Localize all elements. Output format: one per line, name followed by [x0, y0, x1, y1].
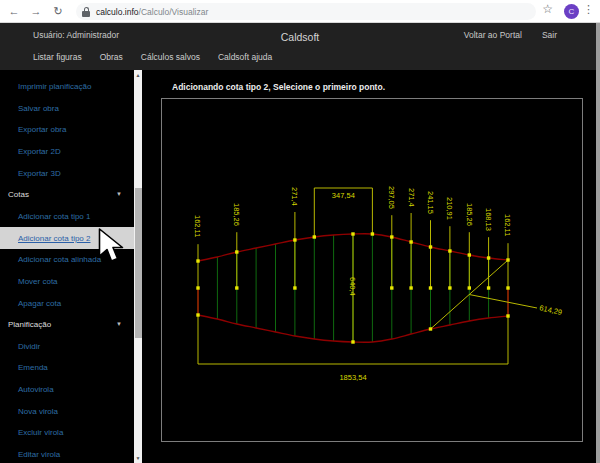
reload-icon[interactable]: ↻ — [47, 0, 69, 22]
bookmark-star-icon[interactable]: ☆ — [542, 2, 553, 16]
sidebar-item-label: Exportar obra — [18, 125, 66, 134]
point-marker[interactable] — [390, 286, 393, 289]
back-icon[interactable]: ← — [3, 0, 25, 22]
dimension-label: 347,54 — [332, 191, 355, 200]
nav-item-calculos-salvos[interactable]: Cálculos salvos — [141, 52, 200, 62]
sidebar-item-autovirola[interactable]: Autovirola — [0, 383, 134, 396]
drawing-canvas[interactable]: 162,11185,26271,4297,05271,4241,15210,91… — [161, 98, 583, 442]
profile-drawing: 162,11185,26271,4297,05271,4241,15210,91… — [162, 99, 582, 441]
sidebar-item-label: Salvar obra — [18, 104, 59, 113]
point-marker[interactable] — [448, 286, 451, 289]
dimension-label: 640,4 — [348, 277, 357, 296]
point-marker[interactable] — [390, 235, 393, 238]
point-marker[interactable] — [487, 286, 490, 289]
dimension-label: 185,26 — [232, 203, 241, 226]
sidebar-item-label: Adicionar cota tipo 1 — [18, 212, 91, 221]
sidebar-item-label: Adicionar cota tipo 2 — [18, 234, 91, 243]
point-marker[interactable] — [409, 240, 412, 243]
point-marker[interactable] — [235, 286, 238, 289]
point-marker[interactable] — [429, 327, 432, 330]
sidebar-item-adicionar-cota-alinhada[interactable]: Adicionar cota alinhada — [0, 253, 134, 266]
sair-link[interactable]: Sair — [542, 30, 557, 40]
point-marker[interactable] — [235, 250, 238, 253]
sidebar-item-salvar-obra[interactable]: Salvar obra — [0, 102, 134, 115]
sidebar-item-label: Planificação — [8, 320, 51, 329]
nav-item-listar-figuras[interactable]: Listar figuras — [33, 52, 82, 62]
point-marker[interactable] — [429, 286, 432, 289]
sidebar-item-exportar-obra[interactable]: Exportar obra — [0, 123, 134, 136]
forward-icon[interactable]: → — [25, 0, 47, 22]
chevron-down-icon: ▼ — [116, 188, 122, 201]
point-marker[interactable] — [196, 259, 199, 262]
dimension-label: 271,4 — [290, 187, 299, 206]
sidebar-item-label: Cotas — [8, 190, 29, 199]
point-marker[interactable] — [196, 286, 199, 289]
point-marker[interactable] — [506, 314, 509, 317]
sidebar-item-label: Exportar 2D — [18, 147, 61, 156]
dimension-label: 241,15 — [426, 191, 435, 214]
dimension-label: 162,11 — [193, 215, 202, 237]
point-marker[interactable] — [196, 313, 199, 316]
point-marker[interactable] — [371, 232, 374, 235]
dimension-label: 1853,54 — [339, 373, 366, 382]
dimension-label: 185,26 — [465, 203, 474, 226]
sidebar-item-planificacao[interactable]: Planificação▼ — [0, 318, 134, 331]
dimension-label: 614,29 — [539, 303, 563, 317]
url-text[interactable]: calculo.info/Calculo/Visualizar — [96, 7, 208, 17]
sidebar-item-label: Emenda — [18, 363, 48, 372]
sidebar-item-cotas[interactable]: Cotas▼ — [0, 188, 134, 201]
nav-item-obras[interactable]: Obras — [100, 52, 123, 62]
point-marker[interactable] — [313, 235, 316, 238]
sidebar-item-label: Imprimir planificação — [18, 82, 91, 91]
point-marker[interactable] — [409, 286, 412, 289]
status-message: Adicionando cota tipo 2, Selecione o pri… — [172, 82, 385, 92]
voltar-ao-portal-link[interactable]: Voltar ao Portal — [464, 30, 522, 40]
point-marker[interactable] — [468, 253, 471, 256]
dimension-label: 162,11 — [503, 214, 512, 236]
sidebar-item-mover-cota[interactable]: Mover cota — [0, 275, 134, 288]
point-marker[interactable] — [351, 340, 354, 343]
nav-item-caldsoft-ajuda[interactable]: Caldsoft ajuda — [218, 52, 272, 62]
scrollbar-thumb[interactable] — [135, 188, 142, 338]
lock-icon — [82, 7, 90, 17]
main-nav: Listar figurasObrasCálculos salvosCaldso… — [33, 52, 272, 62]
app-header: Usuário: Administrador Caldsoft Voltar a… — [0, 23, 600, 70]
sidebar-item-dividir[interactable]: Dividir — [0, 340, 134, 353]
dimension-label: 297,05 — [387, 186, 396, 209]
point-marker[interactable] — [487, 256, 490, 259]
point-marker[interactable] — [468, 286, 471, 289]
profile-avatar[interactable]: C — [564, 4, 579, 19]
sidebar-item-emenda[interactable]: Emenda — [0, 361, 134, 374]
sidebar-item-nova-virola[interactable]: Nova virola — [0, 405, 134, 418]
sidebar: Imprimir planificaçãoSalvar obraExportar… — [0, 70, 142, 463]
point-marker[interactable] — [293, 286, 296, 289]
point-marker[interactable] — [293, 238, 296, 241]
sidebar-scrollbar[interactable]: ▲ ▼ — [134, 70, 142, 463]
sidebar-item-exportar-2d[interactable]: Exportar 2D — [0, 145, 134, 158]
point-marker[interactable] — [429, 245, 432, 248]
sidebar-item-adicionar-cota-tipo-1[interactable]: Adicionar cota tipo 1 — [0, 210, 134, 223]
sidebar-item-exportar-3d[interactable]: Exportar 3D — [0, 167, 134, 180]
sidebar-item-excluir-virola[interactable]: Excluir virola — [0, 426, 134, 439]
sidebar-item-label: Excluir virola — [18, 428, 63, 437]
sidebar-item-label: Apagar cota — [18, 299, 61, 308]
sidebar-item-adicionar-cota-tipo-2[interactable]: Adicionar cota tipo 2 — [0, 232, 134, 245]
menu-dots-icon[interactable]: ⋮ — [583, 3, 594, 16]
scroll-down-icon[interactable]: ▼ — [134, 455, 142, 461]
sidebar-item-label: Exportar 3D — [18, 169, 61, 178]
sidebar-item-imprimir-planificacao[interactable]: Imprimir planificação — [0, 80, 134, 93]
point-marker[interactable] — [448, 249, 451, 252]
sidebar-item-label: Nova virola — [18, 407, 58, 416]
browser-toolbar: ← → ↻ calculo.info/Calculo/Visualizar ☆ … — [0, 0, 600, 23]
sidebar-item-editar-virola[interactable]: Editar virola — [0, 448, 134, 461]
page-scrollbar[interactable] — [596, 23, 600, 463]
leader-line — [469, 295, 537, 309]
sidebar-item-apagar-cota[interactable]: Apagar cota — [0, 297, 134, 310]
point-marker[interactable] — [506, 286, 509, 289]
address-bar[interactable]: calculo.info/Calculo/Visualizar — [76, 3, 536, 20]
point-marker[interactable] — [351, 232, 354, 235]
sidebar-item-label: Mover cota — [18, 277, 58, 286]
scroll-up-icon[interactable]: ▲ — [134, 72, 142, 78]
point-marker[interactable] — [506, 258, 509, 261]
sidebar-item-label: Dividir — [18, 342, 40, 351]
